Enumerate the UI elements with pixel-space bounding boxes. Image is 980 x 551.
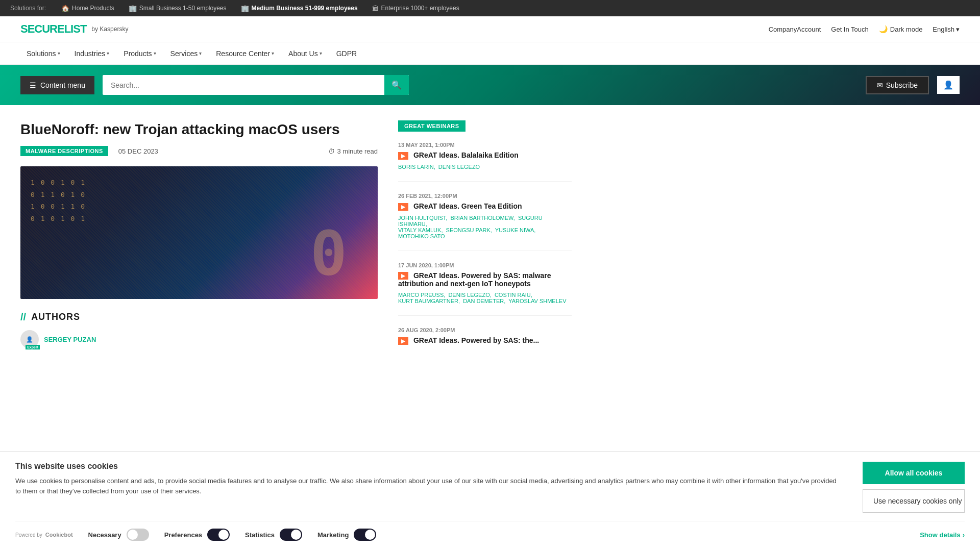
top-link-enterprise[interactable]: 🏛 Enterprise 1000+ employees — [365, 0, 467, 16]
content-menu-button[interactable]: ☰ Content menu — [20, 76, 94, 94]
webinar-date-3: 17 JUN 2020, 1:00PM — [398, 262, 572, 268]
webinar-author-3a[interactable]: MARCO PREUSS — [398, 292, 444, 298]
menu-icon: ☰ — [30, 81, 36, 89]
nav-products-label: Products — [124, 49, 152, 58]
small-business-label: Small Business 1-50 employees — [139, 5, 227, 12]
services-chevron-icon: ▾ — [199, 51, 202, 56]
webinar-title-text-3: GReAT Ideas. Powered by SAS: malware att… — [398, 271, 551, 288]
author-avatar: 👤 Expert — [20, 330, 39, 348]
nav-industries[interactable]: Industries ▾ — [68, 42, 116, 64]
nav-resource-center[interactable]: Resource Center ▾ — [210, 42, 280, 64]
webinar-author-1b[interactable]: DENIS LEGEZO — [438, 164, 480, 170]
nav-resource-label: Resource Center — [216, 49, 270, 58]
nav-solutions-label: Solutions — [27, 49, 56, 58]
webinar-title-3[interactable]: ▶ GReAT Ideas. Powered by SAS: malware a… — [398, 271, 572, 288]
webinar-author-2b[interactable]: BRIAN BARTHOLOMEW — [450, 215, 513, 221]
webinar-author-3b[interactable]: DENIS LEGEZO — [448, 292, 489, 298]
enterprise-label: Enterprise 1000+ employees — [381, 5, 459, 12]
read-time: ⏱ 3 minute read — [328, 147, 378, 155]
webinar-author-1a[interactable]: BORIS LARIN — [398, 164, 434, 170]
nav-services[interactable]: Services ▾ — [164, 42, 208, 64]
webinar-type-badge-4: ▶ — [398, 337, 408, 345]
top-bar: Solutions for: 🏠 Home Products 🏢 Small B… — [0, 0, 980, 16]
building-icon-small: 🏢 — [129, 5, 137, 12]
nav-about-label: About Us — [288, 49, 318, 58]
webinar-author-3e[interactable]: DAN DEMETER — [463, 298, 504, 304]
article-meta: MALWARE DESCRIPTIONS 05 DEC 2023 ⏱ 3 min… — [20, 146, 378, 156]
subscribe-button[interactable]: ✉ Subscribe — [866, 76, 929, 94]
industries-chevron-icon: ▾ — [107, 51, 109, 56]
language-label: English — [933, 26, 954, 33]
logo[interactable]: SECURELIST by Kaspersky — [20, 22, 128, 36]
webinar-title-2[interactable]: ▶ GReAT Ideas. Green Tea Edition — [398, 202, 572, 211]
moon-icon: 🌙 — [879, 25, 888, 33]
webinar-authors-2: JOHN HULTQUIST, BRIAN BARTHOLOMEW, SUGUR… — [398, 215, 572, 239]
search-bar: ☰ Content menu 🔍 ✉ Subscribe 👤 — [0, 65, 980, 105]
webinar-author-2d[interactable]: VITALY KAMLUK — [398, 227, 441, 233]
top-link-home[interactable]: 🏠 Home Products — [54, 0, 121, 16]
search-container: 🔍 — [103, 75, 409, 95]
resource-chevron-icon: ▾ — [272, 51, 274, 56]
main-content: BlueNoroff: new Trojan attacking macOS u… — [0, 105, 980, 387]
webinar-item-4: 26 AUG 2020, 2:00PM ▶ GReAT Ideas. Power… — [398, 327, 572, 360]
webinar-author-2a[interactable]: JOHN HULTQUIST — [398, 215, 446, 221]
article-tag[interactable]: MALWARE DESCRIPTIONS — [20, 146, 108, 156]
home-icon: 🏠 — [61, 5, 69, 12]
medium-business-label: Medium Business 51-999 employees — [252, 5, 358, 12]
nav-gdpr-label: GDPR — [336, 49, 357, 58]
main-nav: Solutions ▾ Industries ▾ Products ▾ Serv… — [0, 42, 980, 65]
timer-icon: ⏱ — [328, 147, 335, 155]
big-zero: 0 — [310, 218, 347, 289]
webinar-title-text-4: GReAT Ideas. Powered by SAS: the... — [413, 336, 539, 344]
authors-label: AUTHORS — [31, 312, 80, 322]
article-image: 1 0 0 1 0 10 1 1 0 1 01 0 0 1 1 00 1 0 1… — [20, 166, 378, 299]
webinar-type-badge-1: ▶ — [398, 152, 408, 160]
search-input[interactable] — [103, 76, 384, 94]
webinar-author-2f[interactable]: YUSUKE NIWA — [495, 227, 534, 233]
webinar-item-2: 26 FEB 2021, 12:00PM ▶ GReAT Ideas. Gree… — [398, 193, 572, 251]
nav-about-us[interactable]: About Us ▾ — [282, 42, 328, 64]
author-row: 👤 Expert SERGEY PUZAN — [20, 330, 378, 348]
company-account-link[interactable]: CompanyAccount — [769, 26, 821, 33]
webinar-authors-3: MARCO PREUSS, DENIS LEGEZO, COSTIN RAIU,… — [398, 292, 572, 304]
read-time-label: 3 minute read — [337, 147, 378, 155]
authors-heading: // AUTHORS — [20, 311, 378, 323]
webinar-title-4[interactable]: ▶ GReAT Ideas. Powered by SAS: the... — [398, 336, 572, 345]
webinar-author-2g[interactable]: MOTOHIKO SATO — [398, 233, 445, 239]
user-button[interactable]: 👤 — [937, 76, 960, 94]
header: SECURELIST by Kaspersky CompanyAccount G… — [0, 16, 980, 42]
get-in-touch-link[interactable]: Get In Touch — [831, 26, 868, 33]
webinar-date-2: 26 FEB 2021, 12:00PM — [398, 193, 572, 199]
top-link-small[interactable]: 🏢 Small Business 1-50 employees — [121, 0, 234, 16]
webinar-item: 13 MAY 2021, 1:00PM ▶ GReAT Ideas. Balal… — [398, 142, 572, 182]
home-products-label: Home Products — [72, 5, 114, 12]
webinar-author-2e[interactable]: SEONGSU PARK — [446, 227, 491, 233]
slashes-decoration: // — [20, 311, 26, 323]
nav-services-label: Services — [170, 49, 198, 58]
webinar-author-3f[interactable]: YAROSLAV SHMELEV — [508, 298, 566, 304]
nav-gdpr[interactable]: GDPR — [330, 42, 363, 64]
dark-mode-toggle[interactable]: 🌙 Dark mode — [879, 25, 923, 33]
language-selector[interactable]: English ▾ — [933, 26, 960, 33]
webinar-author-3d[interactable]: KURT BAUMGARTNER — [398, 298, 458, 304]
logo-text: SECURELIST — [20, 22, 86, 36]
search-button[interactable]: 🔍 — [384, 75, 409, 95]
search-icon: 🔍 — [391, 81, 402, 89]
article-section: BlueNoroff: new Trojan attacking macOS u… — [20, 120, 378, 371]
top-link-medium[interactable]: 🏢 Medium Business 51-999 employees — [234, 0, 365, 16]
webinar-authors-1: BORIS LARIN, DENIS LEGEZO — [398, 164, 572, 170]
webinar-title-text-1: GReAT Ideas. Balalaika Edition — [413, 151, 519, 159]
solutions-label: Solutions for: — [10, 5, 46, 12]
about-chevron-icon: ▾ — [320, 51, 322, 56]
chevron-down-icon: ▾ — [956, 26, 960, 33]
webinar-title-1[interactable]: ▶ GReAT Ideas. Balalaika Edition — [398, 151, 572, 160]
author-name[interactable]: SERGEY PUZAN — [44, 336, 96, 343]
webinar-date-4: 26 AUG 2020, 2:00PM — [398, 327, 572, 333]
webinar-author-3c[interactable]: COSTIN RAIU — [495, 292, 531, 298]
nav-solutions[interactable]: Solutions ▾ — [20, 42, 66, 64]
envelope-icon: ✉ — [877, 81, 883, 89]
by-kaspersky-label: by Kaspersky — [91, 26, 128, 33]
expert-badge: Expert — [26, 345, 40, 349]
webinar-type-badge-2: ▶ — [398, 203, 408, 211]
nav-products[interactable]: Products ▾ — [117, 42, 162, 64]
